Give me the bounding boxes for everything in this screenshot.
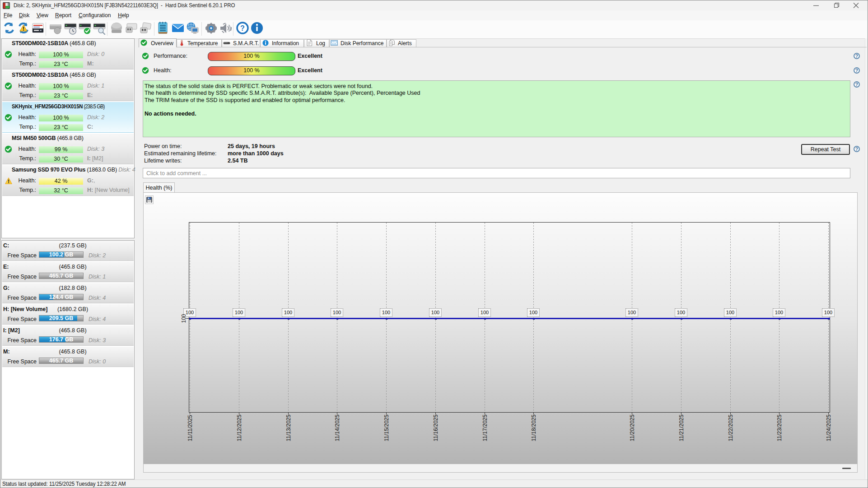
svg-text:?: ? — [240, 24, 245, 32]
